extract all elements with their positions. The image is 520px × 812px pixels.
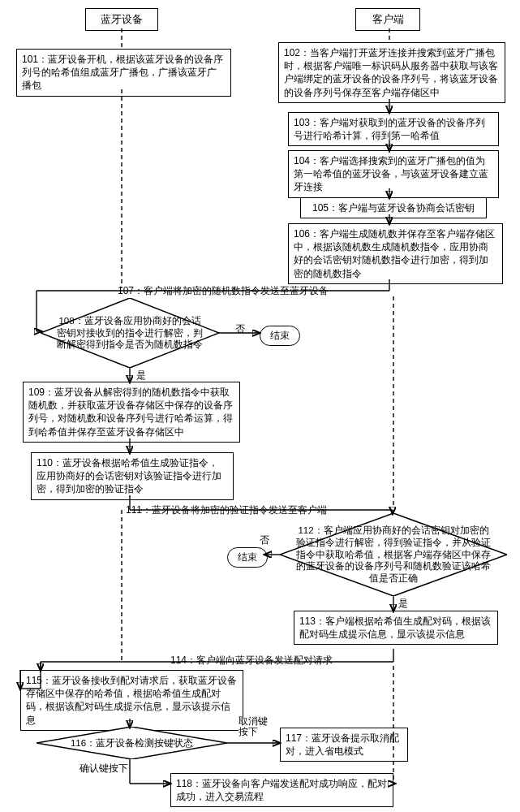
step-118: 118：蓝牙设备向客户端发送配对成功响应，配对成功，进入交易流程 bbox=[170, 773, 393, 807]
step-102: 102：当客户端打开蓝牙连接并搜索到蓝牙广播包时，根据客户端唯一标识码从服务器中… bbox=[278, 42, 505, 103]
cancel-key-text: 取消键按下 bbox=[239, 716, 271, 737]
step-117: 117：蓝牙设备提示取消配对，进入省电模式 bbox=[280, 728, 408, 762]
step-104: 104：客户端选择搜索到的蓝牙广播包的值为第一哈希值的蓝牙设备，与该蓝牙设备建立… bbox=[288, 150, 499, 198]
label-112-no: 否 bbox=[260, 533, 269, 547]
step-110: 110：蓝牙设备根据哈希值生成验证指令，应用协商好的会话密钥对该验证指令进行加密… bbox=[31, 452, 234, 500]
step-110-text: 110：蓝牙设备根据哈希值生成验证指令，应用协商好的会话密钥对该验证指令进行加密… bbox=[37, 457, 221, 495]
step-105-text: 105：客户端与蓝牙设备协商会话密钥 bbox=[312, 202, 475, 214]
header-bluetooth-device: 蓝牙设备 bbox=[85, 8, 158, 31]
step-115-text: 115：蓝牙设备接收到配对请求后，获取蓝牙设备存储区中保存的哈希值，根据哈希值生… bbox=[26, 675, 237, 726]
decision-112-text: 112：客户端应用协商好的会话密钥对加密的验证指令进行解密，得到验证指令，并从验… bbox=[280, 525, 507, 585]
label-108-no: 否 bbox=[235, 322, 245, 336]
step-104-text: 104：客户端选择搜索到的蓝牙广播包的值为第一哈希值的蓝牙设备，与该蓝牙设备建立… bbox=[294, 155, 488, 192]
header-left-text: 蓝牙设备 bbox=[101, 13, 143, 25]
label-108-yes: 是 bbox=[136, 369, 146, 382]
label-114-text: 114：客户端向蓝牙设备发送配对请求 bbox=[170, 654, 333, 666]
label-107: 107：客户端将加密的随机数指令发送至蓝牙设备 bbox=[118, 284, 329, 298]
step-113-text: 113：客户端根据哈希值生成配对码，根据该配对码生成提示信息，显示该提示信息 bbox=[299, 615, 491, 640]
flowchart: 蓝牙设备 客户端 101：蓝牙设备开机，根据该蓝牙设备的设备序列号的哈希值组成蓝… bbox=[8, 8, 512, 804]
decision-116-text: 116：蓝牙设备检测按键状态 bbox=[56, 737, 208, 749]
label-114: 114：客户端向蓝牙设备发送配对请求 bbox=[170, 654, 333, 667]
decision-108-text: 108：蓝牙设备应用协商好的会话密钥对接收到的指令进行解密，判断解密得到指令是否… bbox=[41, 315, 219, 352]
decision-116: 116：蓝牙设备检测按键状态 bbox=[37, 727, 227, 759]
label-cancel-key: 取消键按下 bbox=[239, 716, 271, 737]
label-confirm-key: 确认键按下 bbox=[80, 762, 128, 775]
step-106: 106：客户端生成随机数并保存至客户端存储区中，根据该随机数生成随机数指令，应用… bbox=[288, 223, 503, 284]
end-112-text: 结束 bbox=[238, 551, 257, 563]
step-103-text: 103：客户端对获取到的蓝牙设备的设备序列号进行哈希计算，得到第一哈希值 bbox=[294, 117, 485, 141]
label-107-text: 107：客户端将加密的随机数指令发送至蓝牙设备 bbox=[118, 285, 329, 296]
decision-108: 108：蓝牙设备应用协商好的会话密钥对接收到的指令进行解密，判断解密得到指令是否… bbox=[41, 298, 219, 368]
terminator-end-108: 结束 bbox=[260, 326, 300, 346]
label-112-yes: 是 bbox=[398, 597, 408, 611]
step-102-text: 102：当客户端打开蓝牙连接并搜索到蓝牙广播包时，根据客户端唯一标识码从服务器中… bbox=[284, 47, 498, 98]
step-105: 105：客户端与蓝牙设备协商会话密钥 bbox=[300, 197, 487, 218]
header-right-text: 客户端 bbox=[372, 13, 404, 25]
step-103: 103：客户端对获取到的蓝牙设备的设备序列号进行哈希计算，得到第一哈希值 bbox=[288, 112, 499, 146]
step-101: 101：蓝牙设备开机，根据该蓝牙设备的设备序列号的哈希值组成蓝牙广播包，广播该蓝… bbox=[16, 49, 231, 97]
end-108-text: 结束 bbox=[270, 330, 290, 341]
step-106-text: 106：客户端生成随机数并保存至客户端存储区中，根据该随机数生成随机数指令，应用… bbox=[294, 228, 495, 279]
decision-112: 112：客户端应用协商好的会话密钥对加密的验证指令进行解密，得到验证指令，并从验… bbox=[280, 513, 507, 596]
step-118-text: 118：蓝牙设备向客户端发送配对成功响应，配对成功，进入交易流程 bbox=[176, 778, 387, 802]
terminator-end-112: 结束 bbox=[227, 547, 268, 568]
header-client: 客户端 bbox=[355, 8, 420, 31]
step-113: 113：客户端根据哈希值生成配对码，根据该配对码生成提示信息，显示该提示信息 bbox=[294, 611, 498, 645]
step-115: 115：蓝牙设备接收到配对请求后，获取蓝牙设备存储区中保存的哈希值，根据哈希值生… bbox=[20, 670, 243, 731]
step-117-text: 117：蓝牙设备提示取消配对，进入省电模式 bbox=[286, 732, 399, 757]
step-109: 109：蓝牙设备从解密得到的随机数指令中获取随机数，并获取蓝牙设备存储区中保存的… bbox=[23, 382, 240, 443]
step-109-text: 109：蓝牙设备从解密得到的随机数指令中获取随机数，并获取蓝牙设备存储区中保存的… bbox=[28, 387, 233, 438]
step-101-text: 101：蓝牙设备开机，根据该蓝牙设备的设备序列号的哈希值组成蓝牙广播包，广播该蓝… bbox=[22, 54, 223, 91]
